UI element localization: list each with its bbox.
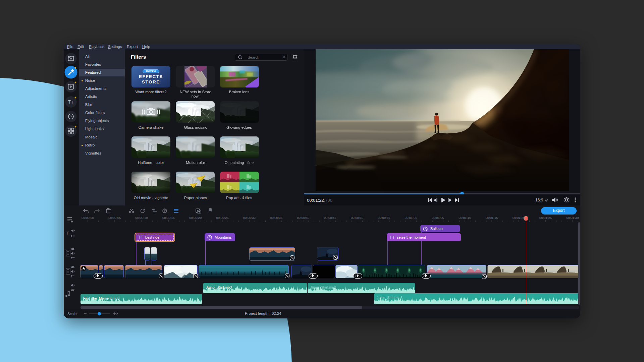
svg-text:00:00:35: 00:00:35 <box>270 216 282 220</box>
svg-text:00:00:10: 00:00:10 <box>136 216 148 220</box>
svg-text:00:00:30: 00:00:30 <box>243 216 256 220</box>
svg-text:00:01:00: 00:01:00 <box>405 216 417 220</box>
svg-text:00:01:10: 00:01:10 <box>459 216 471 220</box>
svg-text:00:01:20: 00:01:20 <box>513 216 525 220</box>
svg-text:T: T <box>138 235 141 239</box>
svg-text:T: T <box>68 99 71 105</box>
svg-text:00:00:05: 00:00:05 <box>108 216 121 220</box>
svg-text:00:00:55: 00:00:55 <box>378 216 390 220</box>
svg-text:T: T <box>141 235 143 239</box>
svg-text:00:00:45: 00:00:45 <box>324 216 336 220</box>
svg-text:00:01:15: 00:01:15 <box>486 216 498 220</box>
svg-text:00:00:25: 00:00:25 <box>216 216 229 220</box>
svg-text:00:00:20: 00:00:20 <box>189 216 202 220</box>
svg-text:00:01:25: 00:01:25 <box>539 216 552 220</box>
svg-text:T: T <box>71 101 73 104</box>
svg-text:00:00:50: 00:00:50 <box>351 216 363 220</box>
svg-text:T: T <box>66 231 69 236</box>
svg-text:00:00:00: 00:00:00 <box>82 216 94 220</box>
svg-text:00:00:15: 00:00:15 <box>162 216 175 220</box>
svg-text:T: T <box>389 235 392 239</box>
svg-text:00:01:30: 00:01:30 <box>566 216 579 220</box>
svg-text:T: T <box>392 235 395 239</box>
svg-text:00:01:05: 00:01:05 <box>432 216 444 220</box>
svg-text:00:00:40: 00:00:40 <box>297 216 309 220</box>
